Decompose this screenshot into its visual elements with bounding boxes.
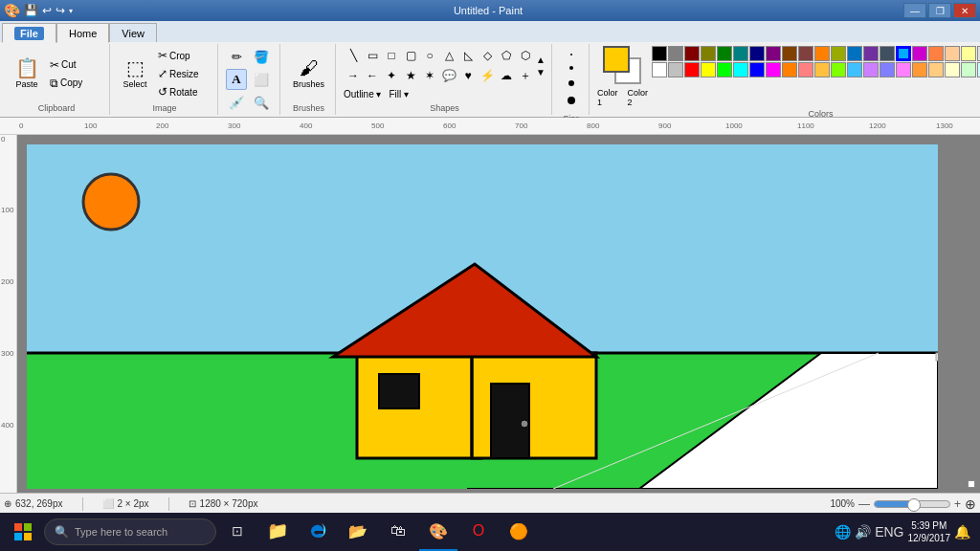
paste-button[interactable]: 📋 Paste (10, 55, 44, 92)
swatch-med-blue[interactable] (847, 46, 862, 61)
swatch-green[interactable] (717, 46, 732, 61)
zoom-increase-button[interactable]: + (954, 497, 961, 511)
shape-diamond[interactable]: ◇ (478, 46, 497, 65)
swatch-lt-orange[interactable] (928, 62, 944, 77)
swatch-pink[interactable] (896, 62, 911, 77)
size-3[interactable] (565, 77, 578, 90)
quick-redo-icon[interactable]: ↪ (56, 4, 65, 17)
swatch-bright-green[interactable] (831, 62, 846, 77)
fill-dropdown-button[interactable]: Fill ▾ (390, 89, 410, 99)
search-box[interactable]: 🔍 Type here to search (44, 518, 216, 545)
files-button[interactable]: 📂 (339, 513, 377, 551)
color1-swatch[interactable] (603, 46, 630, 73)
volume-tray-icon[interactable]: 🔊 (855, 524, 871, 540)
shape-5-point[interactable]: ★ (401, 66, 420, 85)
shape-lightning[interactable]: ⚡ (478, 66, 497, 85)
shape-pentagon[interactable]: ⬠ (497, 46, 516, 65)
swatch-orange2[interactable] (782, 62, 797, 77)
opera-button[interactable]: O (459, 513, 498, 551)
swatch-violet[interactable] (863, 46, 879, 61)
swatch-magenta[interactable] (912, 46, 927, 61)
explorer-button[interactable]: 📁 (258, 513, 297, 551)
shape-right-triangle[interactable]: ◺ (458, 46, 478, 65)
size-1[interactable] (567, 50, 576, 59)
start-button[interactable] (4, 513, 42, 551)
swatch-dark-red[interactable] (684, 46, 700, 61)
shape-round-rect[interactable]: ▢ (401, 46, 420, 65)
cut-button[interactable]: ✂ Cut (46, 56, 103, 74)
copy-button[interactable]: ⧉ Copy (46, 75, 103, 92)
shape-heart[interactable]: ♥ (458, 66, 478, 85)
paint-button[interactable]: 🎨 (419, 513, 457, 551)
outline-button[interactable]: Outline ▾ (344, 89, 381, 99)
swatch-cream[interactable] (945, 62, 960, 77)
taskview-button[interactable]: ⊡ (218, 513, 256, 551)
shape-plus[interactable]: ＋ (516, 66, 535, 85)
swatch-dark-pink[interactable] (798, 46, 813, 61)
tab-view[interactable]: View (109, 23, 157, 42)
swatch-fuchsia[interactable] (766, 62, 781, 77)
swatch-salmon[interactable] (928, 46, 944, 61)
brushes-button[interactable]: 🖌 Brushes (288, 55, 329, 92)
swatch-brown[interactable] (782, 46, 797, 61)
shape-line[interactable]: ╲ (344, 46, 363, 65)
shape-cloud[interactable]: ☁ (497, 66, 516, 85)
minimize-button[interactable]: — (903, 3, 926, 18)
swatch-sky[interactable] (896, 46, 911, 61)
swatch-teal[interactable] (733, 46, 748, 61)
store-button[interactable]: 🛍 (379, 513, 417, 551)
picker-button[interactable]: 💉 (226, 92, 247, 113)
fill-button[interactable]: 🪣 (251, 46, 272, 67)
swatch-slate[interactable] (880, 46, 895, 61)
swatch-lavender[interactable] (863, 62, 879, 77)
swatch-black[interactable] (652, 46, 667, 61)
magnifier-button[interactable]: 🔍 (251, 92, 272, 113)
shape-triangle[interactable]: △ (439, 46, 458, 65)
shape-rect2[interactable]: □ (382, 46, 401, 65)
shape-ellipse[interactable]: ○ (420, 46, 439, 65)
swatch-mint[interactable] (961, 62, 976, 77)
swatch-lt-blue[interactable] (847, 62, 862, 77)
drawing[interactable] (27, 144, 938, 489)
size-4[interactable] (564, 93, 579, 108)
pencil-button[interactable]: ✏ (226, 46, 247, 67)
swatch-lime[interactable] (717, 62, 732, 77)
swatch-gray[interactable] (668, 46, 683, 61)
shape-callout[interactable]: 💬 (439, 66, 458, 85)
swatch-red[interactable] (684, 62, 700, 77)
clock-display[interactable]: 5:39 PM 12/9/2017 (908, 519, 951, 544)
shapes-scroll-down[interactable]: ▼ (536, 67, 546, 77)
language-indicator[interactable]: ENG (875, 524, 903, 540)
edge-button[interactable] (299, 513, 337, 551)
shape-6-point[interactable]: ✶ (420, 66, 439, 85)
swatch-gold[interactable] (814, 62, 830, 77)
shape-hexagon[interactable]: ⬡ (516, 46, 535, 65)
swatch-navy[interactable] (749, 46, 765, 61)
quick-save-icon[interactable]: 💾 (24, 4, 38, 17)
tab-file[interactable]: File (2, 23, 56, 43)
zoom-fit-button[interactable]: ⊕ (965, 496, 976, 512)
shapes-scroll-up[interactable]: ▲ (536, 55, 546, 65)
canvas-resize-handle[interactable] (968, 480, 975, 488)
swatch-yellow-green[interactable] (831, 46, 846, 61)
swatch-white[interactable] (652, 62, 667, 77)
maximize-button[interactable]: ❐ (928, 3, 951, 18)
tab-home[interactable]: Home (56, 23, 109, 43)
crop-button[interactable]: ✂ Crop (154, 47, 212, 64)
swatch-lt-red[interactable] (798, 62, 813, 77)
eraser-button[interactable]: ⬜ (251, 69, 272, 90)
zoom-decrease-button[interactable]: — (858, 497, 870, 511)
shape-4-point[interactable]: ✦ (382, 66, 401, 85)
close-button[interactable]: ✕ (953, 3, 976, 18)
shape-arrow-left[interactable]: ← (363, 66, 382, 85)
swatch-silver[interactable] (668, 62, 683, 77)
app7-button[interactable]: 🟠 (500, 513, 538, 551)
swatch-cyan[interactable] (733, 62, 748, 77)
network-tray-icon[interactable]: 🌐 (835, 524, 851, 540)
notification-icon[interactable]: 🔔 (954, 524, 970, 540)
swatch-olive[interactable] (701, 46, 716, 61)
text-button[interactable]: A (226, 69, 247, 90)
zoom-thumb[interactable] (907, 498, 921, 512)
size-2[interactable] (566, 62, 577, 74)
swatch-yellow[interactable] (701, 62, 716, 77)
